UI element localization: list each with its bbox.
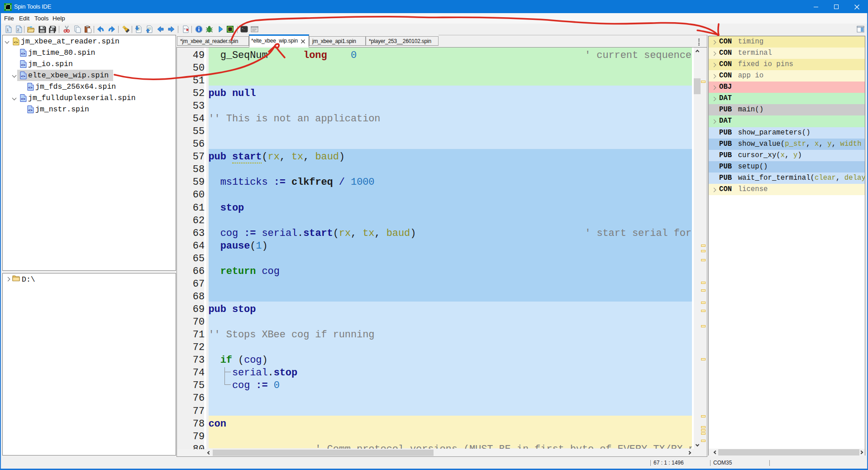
svg-text:<>: <> (28, 86, 33, 90)
svg-text:2: 2 (17, 28, 19, 32)
svg-text:<>: <> (21, 52, 25, 56)
svg-text:<>: <> (21, 63, 25, 67)
svg-text:1: 1 (6, 28, 9, 32)
svg-text:>_: >_ (242, 27, 245, 30)
svg-text:<>: <> (28, 108, 33, 112)
svg-text:<>: <> (14, 40, 18, 44)
svg-text:<>: <> (21, 74, 25, 78)
svg-text:<>: <> (21, 97, 25, 101)
